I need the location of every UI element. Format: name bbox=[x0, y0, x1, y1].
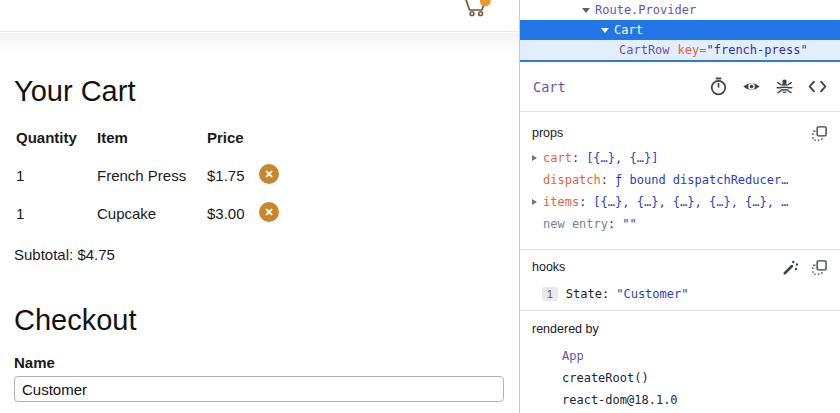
app-topbar bbox=[0, 0, 519, 32]
screenshot-root: Your Cart Quantity Item Price 1 French P… bbox=[0, 0, 840, 413]
prop-row-cart[interactable]: cart: [{…}, {…}] bbox=[532, 147, 828, 169]
expand-arrow-icon[interactable] bbox=[532, 199, 537, 205]
component-name: CartRow bbox=[619, 43, 670, 57]
stopwatch-icon[interactable] bbox=[709, 77, 728, 96]
props-label: props bbox=[532, 126, 799, 140]
row-quantity: 1 bbox=[16, 205, 24, 222]
code-brackets-icon[interactable] bbox=[808, 77, 827, 96]
component-name: Route.Provider bbox=[595, 3, 696, 17]
prop-row-new-entry[interactable]: new entry: "" bbox=[532, 213, 828, 235]
prop-value: [{…}, {…}] bbox=[586, 151, 658, 165]
remove-item-button[interactable]: ✕ bbox=[259, 202, 279, 222]
tree-item-route-provider[interactable]: Route.Provider bbox=[520, 0, 840, 20]
hook-index-badge: 1 bbox=[542, 287, 558, 301]
key-attribute-value: "french-press" bbox=[706, 43, 807, 57]
copy-icon[interactable] bbox=[811, 259, 828, 276]
rendered-by-label: rendered by bbox=[532, 322, 828, 336]
row-item: Cupcake bbox=[97, 205, 156, 222]
copy-icon[interactable] bbox=[811, 125, 828, 142]
hook-name: State bbox=[566, 287, 602, 301]
expand-arrow-icon[interactable] bbox=[532, 155, 537, 161]
name-input[interactable] bbox=[14, 376, 504, 402]
row-item: French Press bbox=[97, 167, 186, 184]
prop-row-dispatch[interactable]: dispatch: ƒ bound dispatchReducer… bbox=[532, 169, 828, 191]
cart-badge bbox=[480, 0, 491, 6]
shop-app: Your Cart Quantity Item Price 1 French P… bbox=[0, 0, 519, 413]
owner-item-react-dom: react-dom@18.1.0 bbox=[532, 389, 828, 411]
prop-value: "" bbox=[622, 217, 636, 231]
bug-icon[interactable] bbox=[775, 77, 794, 96]
hooks-label: hooks bbox=[532, 260, 770, 274]
checkout-heading: Checkout bbox=[14, 305, 137, 337]
row-quantity: 1 bbox=[16, 167, 24, 184]
your-cart-heading: Your Cart bbox=[14, 76, 135, 108]
prop-value: ƒ bound dispatchReducer… bbox=[615, 173, 788, 187]
row-price: $3.00 bbox=[207, 205, 245, 222]
tree-item-cart-selected[interactable]: Cart bbox=[520, 20, 840, 40]
chevron-down-icon[interactable] bbox=[582, 8, 590, 13]
prop-row-items[interactable]: items: [{…}, {…}, {…}, {…}, {…}, … bbox=[532, 191, 828, 213]
shopping-cart-icon[interactable] bbox=[460, 0, 491, 23]
inspected-component-title: Cart bbox=[533, 79, 695, 95]
subtotal-text: Subtotal: $4.75 bbox=[14, 246, 115, 263]
hooks-section: hooks bbox=[520, 250, 840, 311]
component-name: Cart bbox=[614, 23, 643, 37]
props-section: props cart: [{…}, {…}] bbox=[520, 112, 840, 250]
react-devtools-panel: Route.Provider Cart CartRow key="french-… bbox=[519, 0, 840, 413]
header-quantity: Quantity bbox=[16, 129, 77, 146]
component-tree: Route.Provider Cart CartRow key="french-… bbox=[520, 0, 840, 62]
owner-item-createroot[interactable]: createRoot() bbox=[532, 367, 828, 389]
tree-item-cartrow[interactable]: CartRow key="french-press" bbox=[520, 40, 840, 60]
eye-icon[interactable] bbox=[742, 77, 761, 96]
cart-table: Quantity Item Price 1 French Press $1.75… bbox=[0, 129, 300, 229]
hook-row-state[interactable]: 1 State: "Customer" bbox=[532, 283, 828, 305]
rendered-by-section: rendered by App createRoot() react-dom@1… bbox=[520, 311, 840, 413]
inspected-component-header: Cart bbox=[520, 62, 840, 112]
remove-item-button[interactable]: ✕ bbox=[259, 164, 279, 184]
key-attribute-name: key= bbox=[678, 43, 707, 57]
row-price: $1.75 bbox=[207, 167, 245, 184]
prop-value: [{…}, {…}, {…}, {…}, {…}, … bbox=[593, 195, 788, 209]
header-price: Price bbox=[207, 129, 244, 146]
topbar-shadow bbox=[0, 33, 519, 53]
header-item: Item bbox=[97, 129, 128, 146]
chevron-down-icon[interactable] bbox=[601, 28, 609, 33]
magic-wand-icon[interactable] bbox=[782, 259, 799, 276]
owner-item-app[interactable]: App bbox=[532, 345, 828, 367]
hook-value: "Customer" bbox=[616, 287, 688, 301]
name-label: Name bbox=[14, 354, 55, 371]
